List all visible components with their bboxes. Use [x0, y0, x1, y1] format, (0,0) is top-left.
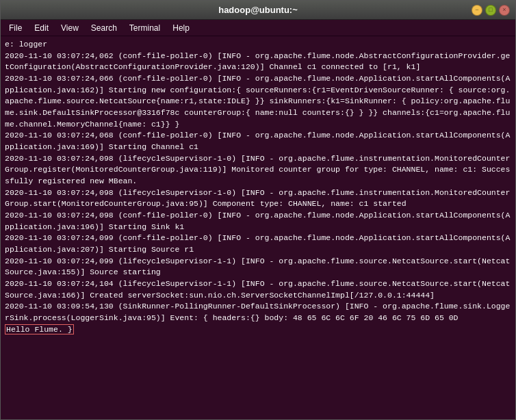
menu-item-view[interactable]: View — [55, 22, 84, 34]
minimize-button[interactable]: − — [472, 5, 482, 16]
terminal-window: hadoop@ubuntu:~ − □ × FileEditViewSearch… — [0, 0, 516, 420]
maximize-button[interactable]: □ — [485, 5, 496, 16]
window-controls: − □ × — [472, 5, 510, 16]
title-bar: hadoop@ubuntu:~ − □ × — [1, 1, 515, 20]
close-button[interactable]: × — [499, 5, 510, 16]
highlight-text: Hello Flume. } — [5, 324, 74, 334]
window-title: hadoop@ubuntu:~ — [218, 5, 298, 15]
menu-item-help[interactable]: Help — [167, 22, 195, 34]
menu-item-search[interactable]: Search — [86, 22, 122, 34]
menu-item-terminal[interactable]: Terminal — [124, 22, 166, 34]
menu-bar: FileEditViewSearchTerminalHelp — [1, 20, 515, 36]
terminal-body[interactable]: e: logger 2020-11-10 03:07:24,062 (conf-… — [1, 36, 515, 419]
menu-item-file[interactable]: File — [3, 22, 27, 34]
terminal-content: e: logger 2020-11-10 03:07:24,062 (conf-… — [5, 39, 511, 335]
menu-item-edit[interactable]: Edit — [29, 22, 54, 34]
